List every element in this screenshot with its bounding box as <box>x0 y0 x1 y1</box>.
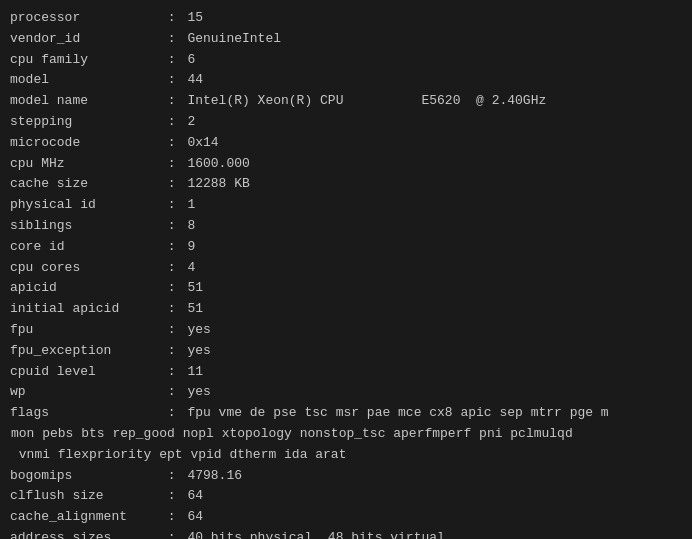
terminal-value: 1600.000 <box>187 154 249 175</box>
terminal-colon: : <box>160 70 183 91</box>
terminal-value: 9 <box>187 237 195 258</box>
terminal-value: vnmi flexpriority ept vpid dtherm ida ar… <box>11 447 346 462</box>
terminal-value: 15 <box>187 8 203 29</box>
terminal-value: 51 <box>187 299 203 320</box>
terminal-key: cpu family <box>10 50 160 71</box>
terminal-colon: : <box>160 362 183 383</box>
terminal-colon: : <box>160 507 183 528</box>
terminal-value: 44 <box>187 70 203 91</box>
terminal-value: 1 <box>187 195 195 216</box>
terminal-row: address sizes : 40 bits physical, 48 bit… <box>10 528 682 539</box>
terminal-value: 6 <box>187 50 195 71</box>
terminal-key: fpu_exception <box>10 341 160 362</box>
terminal-colon: : <box>160 528 183 539</box>
terminal-colon: : <box>160 320 183 341</box>
terminal-key: stepping <box>10 112 160 133</box>
terminal-value: Intel(R) Xeon(R) CPU E5620 @ 2.40GHz <box>187 91 546 112</box>
terminal-value: 4 <box>187 258 195 279</box>
terminal-key: flags <box>10 403 160 424</box>
terminal-colon: : <box>160 382 183 403</box>
terminal-colon: : <box>160 174 183 195</box>
terminal-key: siblings <box>10 216 160 237</box>
terminal-colon: : <box>160 299 183 320</box>
terminal-row: vendor_id : GenuineIntel <box>10 29 682 50</box>
terminal-row: processor : 15 <box>10 8 682 29</box>
terminal-row: wp : yes <box>10 382 682 403</box>
terminal-value: 11 <box>187 362 203 383</box>
terminal-value: 64 <box>187 486 203 507</box>
terminal-row: mon pebs bts rep_good nopl xtopology non… <box>10 424 682 445</box>
terminal-colon: : <box>160 112 183 133</box>
terminal-row: clflush size : 64 <box>10 486 682 507</box>
terminal-colon: : <box>160 29 183 50</box>
terminal-row: flags : fpu vme de pse tsc msr pae mce c… <box>10 403 682 424</box>
terminal-value: 0x14 <box>187 133 218 154</box>
terminal-value: yes <box>187 320 210 341</box>
terminal-colon: : <box>160 258 183 279</box>
terminal-value: GenuineIntel <box>187 29 281 50</box>
terminal-key: microcode <box>10 133 160 154</box>
terminal-key: address sizes <box>10 528 160 539</box>
terminal-row: vnmi flexpriority ept vpid dtherm ida ar… <box>10 445 682 466</box>
terminal-colon: : <box>160 403 183 424</box>
terminal-value: 4798.16 <box>187 466 242 487</box>
terminal-key: bogomips <box>10 466 160 487</box>
terminal-row: fpu_exception : yes <box>10 341 682 362</box>
terminal-key: cpu MHz <box>10 154 160 175</box>
terminal-row: cpu cores : 4 <box>10 258 682 279</box>
terminal-colon: : <box>160 133 183 154</box>
terminal-value: mon pebs bts rep_good nopl xtopology non… <box>11 426 573 441</box>
terminal-value: 40 bits physical, 48 bits virtual <box>187 528 444 539</box>
terminal-colon: : <box>160 278 183 299</box>
terminal-key: cache_alignment <box>10 507 160 528</box>
terminal-key: model name <box>10 91 160 112</box>
terminal-value: yes <box>187 382 210 403</box>
terminal-colon: : <box>160 341 183 362</box>
terminal-row: stepping : 2 <box>10 112 682 133</box>
terminal-key: model <box>10 70 160 91</box>
terminal-row: physical id : 1 <box>10 195 682 216</box>
terminal-colon: : <box>160 466 183 487</box>
terminal-key: wp <box>10 382 160 403</box>
terminal-colon: : <box>160 237 183 258</box>
terminal-key: processor <box>10 8 160 29</box>
terminal-colon: : <box>160 91 183 112</box>
terminal-key: fpu <box>10 320 160 341</box>
terminal-value: 8 <box>187 216 195 237</box>
terminal-colon: : <box>160 50 183 71</box>
terminal-value: 51 <box>187 278 203 299</box>
terminal-key: cpuid level <box>10 362 160 383</box>
terminal-value: fpu vme de pse tsc msr pae mce cx8 apic … <box>187 403 608 424</box>
terminal-value: 64 <box>187 507 203 528</box>
terminal-row: cpu MHz : 1600.000 <box>10 154 682 175</box>
terminal-colon: : <box>160 8 183 29</box>
terminal-row: cpuid level : 11 <box>10 362 682 383</box>
terminal-key: cpu cores <box>10 258 160 279</box>
terminal-row: apicid : 51 <box>10 278 682 299</box>
terminal-key: cache size <box>10 174 160 195</box>
terminal-key: core id <box>10 237 160 258</box>
terminal-row: cache_alignment : 64 <box>10 507 682 528</box>
terminal-value: 12288 KB <box>187 174 249 195</box>
terminal-row: cache size : 12288 KB <box>10 174 682 195</box>
terminal-row: core id : 9 <box>10 237 682 258</box>
terminal-colon: : <box>160 195 183 216</box>
terminal-row: initial apicid : 51 <box>10 299 682 320</box>
terminal-window: processor : 15vendor_id : GenuineIntelcp… <box>0 0 692 539</box>
terminal-row: cpu family : 6 <box>10 50 682 71</box>
terminal-key: apicid <box>10 278 160 299</box>
terminal-key: physical id <box>10 195 160 216</box>
terminal-value: 2 <box>187 112 195 133</box>
terminal-row: microcode : 0x14 <box>10 133 682 154</box>
terminal-colon: : <box>160 154 183 175</box>
terminal-key: initial apicid <box>10 299 160 320</box>
terminal-row: siblings : 8 <box>10 216 682 237</box>
terminal-value: yes <box>187 341 210 362</box>
terminal-colon: : <box>160 216 183 237</box>
terminal-row: fpu : yes <box>10 320 682 341</box>
terminal-key: clflush size <box>10 486 160 507</box>
terminal-row: bogomips : 4798.16 <box>10 466 682 487</box>
terminal-colon: : <box>160 486 183 507</box>
terminal-row: model name : Intel(R) Xeon(R) CPU E5620 … <box>10 91 682 112</box>
terminal-key: vendor_id <box>10 29 160 50</box>
